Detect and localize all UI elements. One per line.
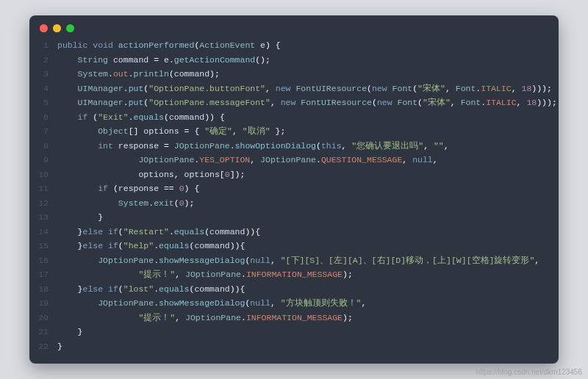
code-line: JOptionPane.YES_OPTION, JOptionPane.QUES… [57,153,557,167]
code-line: JOptionPane.showMessageDialog(null, "方块触… [57,296,557,311]
line-number: 20 [35,311,49,325]
code-line: UIManager.put("OptionPane.buttonFont", n… [57,82,557,96]
line-number: 10 [35,167,49,182]
code-editor-window: 12345678910111213141516171819202122 publ… [29,15,559,364]
code-line: } [57,210,557,225]
line-number: 3 [35,67,49,82]
code-line: System.out.println(command); [57,67,557,82]
code-line: } [57,325,557,339]
line-number: 13 [35,210,49,225]
line-number: 19 [35,296,49,311]
line-number: 9 [35,153,49,167]
line-number: 7 [35,124,49,139]
code-line: "提示！", JOptionPane.INFORMATION_MESSAGE); [57,311,557,325]
line-number: 11 [35,181,49,196]
line-number: 2 [35,53,49,68]
line-number: 6 [35,110,49,125]
code-line: } [57,339,557,354]
code-line: String command = e.getActionCommand(); [57,53,557,68]
code-line: public void actionPerformed(ActionEvent … [57,38,557,53]
code-line: }else if("Restart".equals(command)){ [57,225,557,239]
close-icon[interactable] [40,24,48,32]
watermark-text: https://blog.csdn.net/dkm123456 [476,368,582,376]
code-line: }else if("lost".equals(command)){ [57,282,557,297]
code-line: JOptionPane.showMessageDialog(null, "[下]… [57,253,557,268]
line-number: 8 [35,139,49,154]
maximize-icon[interactable] [66,24,74,32]
line-number: 1 [35,38,49,53]
line-number: 5 [35,95,49,110]
line-number: 12 [35,196,49,211]
line-number: 16 [35,253,49,268]
line-number-gutter: 12345678910111213141516171819202122 [35,38,57,353]
code-line: if ("Exit".equals(command)) { [57,110,557,125]
code-area: 12345678910111213141516171819202122 publ… [29,38,559,353]
line-number: 22 [35,339,49,354]
code-line: UIManager.put("OptionPane.messageFont", … [57,95,557,110]
line-number: 4 [35,82,49,96]
code-line: int response = JOptionPane.showOptionDia… [57,139,557,154]
code-line: options, options[0]); [57,167,557,182]
line-number: 18 [35,282,49,297]
code-line: System.exit(0); [57,196,557,211]
code-content[interactable]: public void actionPerformed(ActionEvent … [57,38,557,353]
code-line: }else if("help".equals(command)){ [57,239,557,253]
code-line: Object[] options = { "确定", "取消" }; [57,124,557,139]
code-line: "提示！", JOptionPane.INFORMATION_MESSAGE); [57,267,557,282]
minimize-icon[interactable] [53,24,61,32]
line-number: 14 [35,225,49,239]
line-number: 21 [35,325,49,339]
line-number: 17 [35,267,49,282]
line-number: 15 [35,239,49,253]
code-line: if (response == 0) { [57,181,557,196]
window-titlebar [29,23,559,38]
